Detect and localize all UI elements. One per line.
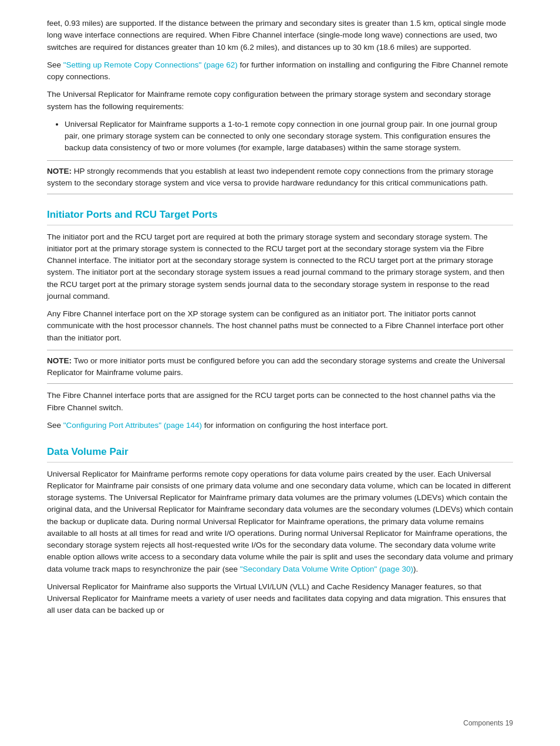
note2-label: NOTE: bbox=[47, 356, 72, 365]
intro-para2: See "Setting up Remote Copy Connections"… bbox=[47, 59, 513, 83]
intro-para3: The Universal Replicator for Mainframe r… bbox=[47, 89, 513, 113]
bullet-item-1: Universal Replicator for Mainframe suppo… bbox=[65, 119, 513, 154]
note-box-1: NOTE: HP strongly recommends that you es… bbox=[47, 160, 513, 195]
section1-para3: The Fibre Channel interface ports that a… bbox=[47, 390, 513, 414]
secondary-data-link[interactable]: "Secondary Data Volume Write Option" (pa… bbox=[240, 565, 413, 573]
section1-para4-suffix: for information on configuring the host … bbox=[202, 421, 388, 430]
section1-heading: Initiator Ports and RCU Target Ports bbox=[47, 207, 513, 225]
note1-label: NOTE: bbox=[47, 167, 72, 175]
section1-para2: Any Fibre Channel interface port on the … bbox=[47, 308, 513, 344]
note-box-2: NOTE: Two or more initiator ports must b… bbox=[47, 350, 513, 384]
section2-para1: Universal Replicator for Mainframe perfo… bbox=[47, 468, 513, 575]
intro-para2-prefix: See bbox=[47, 60, 63, 69]
note1-text: HP strongly recommends that you establis… bbox=[47, 167, 494, 187]
port-attributes-link[interactable]: "Configuring Port Attributes" (page 144) bbox=[63, 421, 202, 430]
intro-bullet-list: Universal Replicator for Mainframe suppo… bbox=[65, 119, 513, 154]
page: feet, 0.93 miles) are supported. If the … bbox=[0, 0, 560, 746]
section2-para2: Universal Replicator for Mainframe also … bbox=[47, 581, 513, 617]
intro-para1: feet, 0.93 miles) are supported. If the … bbox=[47, 18, 513, 53]
remote-copy-link[interactable]: "Setting up Remote Copy Connections" (pa… bbox=[63, 60, 238, 69]
page-footer: Components 19 bbox=[463, 718, 513, 728]
section1-para1: The initiator port and the RCU target po… bbox=[47, 231, 513, 303]
section1-para4: See "Configuring Port Attributes" (page … bbox=[47, 420, 513, 431]
section2-para1-text: Universal Replicator for Mainframe perfo… bbox=[47, 470, 513, 573]
section2-heading: Data Volume Pair bbox=[47, 444, 513, 463]
note2-text: Two or more initiator ports must be conf… bbox=[47, 356, 505, 377]
section1-para4-prefix: See bbox=[47, 421, 63, 430]
section2-para1-suffix: ). bbox=[413, 565, 418, 573]
